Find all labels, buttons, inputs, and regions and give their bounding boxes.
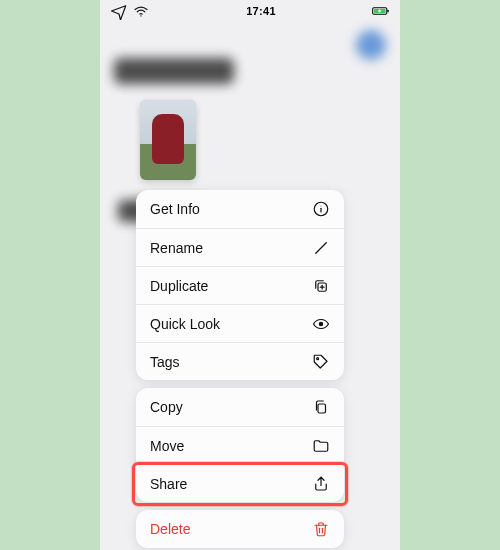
menu-item-rename[interactable]: Rename (136, 228, 344, 266)
menu-label: Share (150, 476, 187, 492)
share-icon (312, 475, 330, 493)
context-menu: Get Info Rename Duplicate Quick Look Tag… (136, 190, 344, 548)
battery-charging-icon (372, 2, 390, 20)
svg-point-6 (321, 206, 322, 207)
svg-rect-13 (318, 404, 326, 413)
svg-line-7 (316, 242, 327, 253)
status-left (110, 2, 150, 20)
trash-icon (312, 520, 330, 538)
menu-label: Quick Look (150, 316, 220, 332)
menu-label: Delete (150, 521, 190, 537)
menu-group-3: Delete (136, 510, 344, 548)
menu-label: Get Info (150, 201, 200, 217)
duplicate-icon (312, 277, 330, 295)
copy-icon (312, 398, 330, 416)
menu-item-share[interactable]: Share (136, 464, 344, 502)
wifi-icon (132, 2, 150, 20)
menu-item-delete[interactable]: Delete (136, 510, 344, 548)
selected-file-thumbnail[interactable] (140, 100, 196, 180)
menu-label: Rename (150, 240, 203, 256)
svg-point-0 (140, 15, 141, 16)
eye-icon (312, 315, 330, 333)
menu-label: Move (150, 438, 184, 454)
svg-point-12 (317, 357, 319, 359)
menu-group-2: Copy Move Share (136, 388, 344, 502)
menu-label: Copy (150, 399, 183, 415)
folder-icon (312, 437, 330, 455)
status-bar: 17:41 (100, 0, 400, 22)
menu-label: Duplicate (150, 278, 208, 294)
info-icon (312, 200, 330, 218)
svg-rect-2 (387, 10, 388, 13)
tag-icon (312, 353, 330, 371)
menu-item-get-info[interactable]: Get Info (136, 190, 344, 228)
menu-item-move[interactable]: Move (136, 426, 344, 464)
menu-group-1: Get Info Rename Duplicate Quick Look Tag… (136, 190, 344, 380)
airplane-mode-icon (110, 2, 128, 20)
menu-item-tags[interactable]: Tags (136, 342, 344, 380)
svg-point-11 (319, 321, 324, 326)
status-clock: 17:41 (246, 5, 276, 17)
menu-item-duplicate[interactable]: Duplicate (136, 266, 344, 304)
status-right (372, 2, 390, 20)
menu-item-copy[interactable]: Copy (136, 388, 344, 426)
pencil-icon (312, 239, 330, 257)
menu-label: Tags (150, 354, 180, 370)
menu-item-quick-look[interactable]: Quick Look (136, 304, 344, 342)
